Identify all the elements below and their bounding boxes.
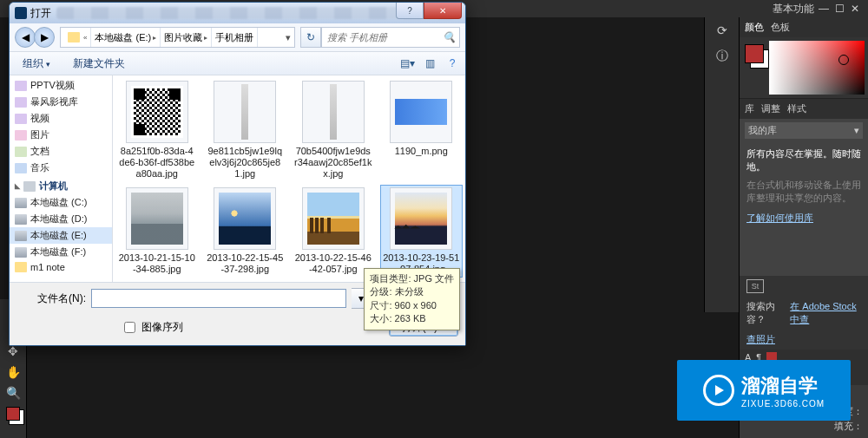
drive-label: 本地磁盘 (E:) <box>30 229 87 242</box>
tree-drive-item[interactable]: 本地磁盘 (C:) <box>10 194 112 211</box>
nav-back-button[interactable]: ◀ <box>15 27 36 48</box>
tree-group-label: 计算机 <box>39 180 68 193</box>
stock-photos-row: 查照片 <box>740 330 868 350</box>
open-file-dialog: 打开 ? ✕ ◀ ▶ « 本地磁盘 (E:)▸ 图片收藏▸ 手机相册 ▾ ↻ 🔍… <box>9 2 466 346</box>
tree-item-label: 文档 <box>30 145 49 158</box>
search-input[interactable] <box>326 31 443 43</box>
lib-learn-link[interactable]: 了解如何使用库 <box>746 212 813 223</box>
file-thumbnail <box>214 81 276 143</box>
library-select[interactable]: 我的库 ▾ <box>745 122 863 139</box>
file-name-label: 8a251f0b-83da-4de6-b36f-df538bea80aa.jpg <box>118 146 196 180</box>
tree-item-label: 视频 <box>30 112 49 125</box>
ps-max-icon[interactable]: ☐ <box>833 3 845 15</box>
search-icon: 🔍 <box>443 31 456 43</box>
file-name-label: 2013-10-22-15-45-37-298.jpg <box>207 252 285 275</box>
drive-label: 本地磁盘 (D:) <box>30 212 87 226</box>
computer-icon <box>23 181 36 192</box>
drive-label: m1 note <box>30 262 65 272</box>
play-icon <box>703 375 734 406</box>
color-picker-panel[interactable] <box>740 37 868 99</box>
tree-drive-item[interactable]: 本地磁盘 (D:) <box>10 211 112 227</box>
nav-forward-button[interactable]: ▶ <box>34 27 55 48</box>
zoom-tool-icon[interactable]: 🔍 <box>0 382 26 403</box>
tree-item[interactable]: 视频 <box>10 110 112 127</box>
image-sequence-input[interactable] <box>124 322 135 333</box>
tree-item-label: PPTV视频 <box>30 79 75 92</box>
tree-item[interactable]: PPTV视频 <box>10 77 112 94</box>
tab-library[interactable]: 库 <box>745 102 754 115</box>
crumb-dropdown-icon[interactable]: ▾ <box>286 32 291 43</box>
dialog-close-button[interactable]: ✕ <box>424 3 462 19</box>
tab-swatches[interactable]: 色板 <box>771 21 790 34</box>
tree-item[interactable]: 暴风影视库 <box>10 94 112 110</box>
tree-item-label: 音乐 <box>30 161 49 174</box>
color-cursor-icon <box>838 55 849 65</box>
watermark-title: 溜溜自学 <box>741 373 825 399</box>
file-item[interactable]: 9e811cb5jw1e9lqelv3j6j20c865je81.jpg <box>205 79 286 182</box>
tab-style[interactable]: 样式 <box>787 102 806 115</box>
ps-close-icon[interactable]: ✕ <box>849 3 861 15</box>
tree-group-computer[interactable]: 计算机 <box>10 176 112 194</box>
info-icon[interactable]: ⓘ <box>705 43 740 69</box>
tree-item[interactable]: 音乐 <box>10 160 112 176</box>
toolbox-color-swatch[interactable] <box>6 407 20 421</box>
nav-tree[interactable]: PPTV视频暴风影视库视频图片文档音乐 计算机 本地磁盘 (C:)本地磁盘 (D… <box>10 75 113 282</box>
library-select-label: 我的库 <box>748 124 777 137</box>
stock-label: 搜索内容？ <box>746 300 785 326</box>
tooltip-dim: 尺寸: 960 x 960 <box>370 299 454 312</box>
ps-min-icon[interactable]: — <box>818 3 830 15</box>
dialog-help-button[interactable]: ? <box>396 3 424 19</box>
file-item[interactable]: 2013-10-23-19-51-07-854.jpg <box>381 186 463 277</box>
file-thumbnail <box>126 81 188 143</box>
crumb-0[interactable]: 本地磁盘 (E:) <box>95 31 151 44</box>
tree-drive-item[interactable]: m1 note <box>10 260 112 274</box>
stock-link[interactable]: 在 Adobe Stock 中查 <box>790 300 861 326</box>
nav-refresh-button[interactable]: ↻ <box>300 27 321 48</box>
filename-input[interactable] <box>91 289 346 308</box>
chevron-down-icon: ▾ <box>854 125 859 136</box>
tab-color[interactable]: 颜色 <box>745 21 764 34</box>
file-item[interactable]: 1190_m.png <box>381 79 463 182</box>
tree-item-icon <box>15 97 27 108</box>
lib-panel-tabs: 库 调整 样式 <box>740 99 868 119</box>
tree-item-label: 图片 <box>30 128 49 141</box>
newfolder-button[interactable]: 新建文件夹 <box>65 54 133 74</box>
tree-drive-item[interactable]: 本地磁盘 (E:) <box>10 227 112 244</box>
preview-pane-button[interactable]: ▥ <box>422 56 437 71</box>
lib-note: 在台式机和移动设备上使用库整理和共享您的内容。 <box>746 179 861 205</box>
crumb-1[interactable]: 图片收藏 <box>164 31 202 44</box>
crumb-2[interactable]: 手机相册 <box>215 31 253 44</box>
hand-tool-icon[interactable]: ✋ <box>0 362 26 382</box>
file-item[interactable]: 70b5400fjw1e9dsr34aawj20c85ef1kx.jpg <box>293 79 374 182</box>
tree-drive-item[interactable]: 本地磁盘 (F:) <box>10 244 112 260</box>
help-icon[interactable]: ? <box>444 56 460 71</box>
tree-item[interactable]: 图片 <box>10 127 112 143</box>
history-icon[interactable]: ⟳ <box>705 17 740 43</box>
dialog-titlebar[interactable]: 打开 ? ✕ <box>10 3 465 23</box>
ps-workspace-label[interactable]: 基本功能 <box>773 2 814 16</box>
tree-item-label: 暴风影视库 <box>30 95 78 108</box>
breadcrumb[interactable]: « 本地磁盘 (E:)▸ 图片收藏▸ 手机相册 ▾ <box>60 27 295 48</box>
image-sequence-checkbox[interactable]: 图像序列 <box>121 319 183 336</box>
folder-icon <box>68 32 80 42</box>
organize-button[interactable]: 组织 <box>15 54 58 74</box>
file-thumbnail <box>390 81 452 143</box>
stock-photos-link[interactable]: 查照片 <box>746 333 775 346</box>
file-item[interactable]: 2013-10-22-15-45-37-298.jpg <box>205 186 286 277</box>
file-item[interactable]: 2013-10-21-15-10-34-885.jpg <box>116 186 198 277</box>
dialog-content: PPTV视频暴风影视库视频图片文档音乐 计算机 本地磁盘 (C:)本地磁盘 (D… <box>10 75 465 282</box>
file-pane[interactable]: 8a251f0b-83da-4de6-b36f-df538bea80aa.jpg… <box>113 75 465 282</box>
file-item[interactable]: 2013-10-22-15-46-42-057.jpg <box>293 186 374 277</box>
view-mode-button[interactable]: ▤▾ <box>399 56 415 71</box>
watermark-sub: ZIXUE.3D66.COM <box>741 399 825 409</box>
color-field[interactable] <box>769 41 865 95</box>
file-item[interactable]: 8a251f0b-83da-4de6-b36f-df538bea80aa.jpg <box>116 79 198 182</box>
stock-row: St <box>740 276 868 297</box>
search-input-wrap[interactable]: 🔍 <box>321 27 460 48</box>
drive-icon <box>15 231 27 241</box>
tab-adjust[interactable]: 调整 <box>761 102 780 115</box>
file-name-label: 2013-10-21-15-10-34-885.jpg <box>118 252 196 275</box>
tree-item[interactable]: 文档 <box>10 143 112 160</box>
fg-color-swatch[interactable] <box>745 44 764 63</box>
file-thumbnail <box>214 187 276 250</box>
